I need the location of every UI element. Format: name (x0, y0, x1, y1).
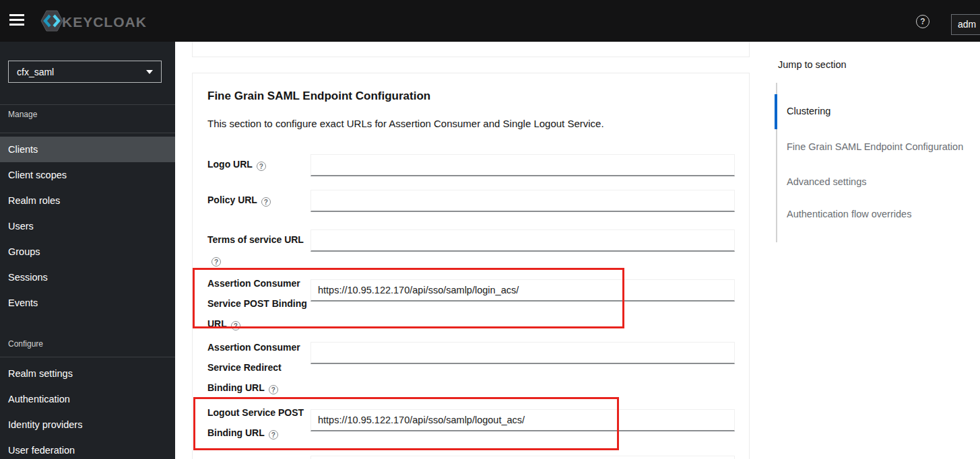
sidebar-item-client-scopes[interactable]: Client scopes (0, 162, 175, 188)
sidebar-item-events[interactable]: Events (0, 290, 175, 316)
acs-post-binding-url-label: Assertion Consumer Service POST Binding … (207, 273, 308, 334)
logout-post-binding-url-input[interactable] (311, 409, 735, 431)
user-menu-dropdown[interactable]: adm (951, 14, 980, 35)
sidebar-item-user-federation[interactable]: User federation (0, 437, 175, 459)
chevron-down-icon (146, 70, 153, 74)
next-field-input-partial[interactable] (311, 456, 735, 459)
jump-item-auth-flow-overrides[interactable]: Authentication flow overrides (787, 209, 911, 219)
sidebar-item-sessions[interactable]: Sessions (0, 264, 175, 290)
keycloak-admin-console: KEYCLOAK ? adm cfx_saml Manage Clients C… (0, 0, 980, 459)
menu-toggle-icon[interactable] (9, 13, 26, 28)
policy-url-input[interactable] (311, 190, 735, 212)
sidebar-item-groups[interactable]: Groups (0, 239, 175, 264)
section-description: This section to configure exact URLs for… (207, 118, 604, 129)
sidebar-item-realm-roles[interactable]: Realm roles (0, 188, 175, 213)
brand-text: KEYCLOAK (62, 14, 147, 30)
keycloak-mark-icon (39, 9, 65, 36)
nav-section-manage: Manage (8, 110, 37, 119)
divider (0, 133, 175, 133)
jump-item-fine-grain-saml[interactable]: Fine Grain SAML Endpoint Configuration (787, 141, 963, 152)
help-icon[interactable]: ? (211, 257, 221, 267)
terms-of-service-url-input[interactable] (311, 229, 735, 252)
logout-post-binding-url-label: Logout Service POST Binding URL? (207, 402, 308, 443)
keycloak-logo[interactable]: KEYCLOAK (39, 9, 147, 36)
jump-to-section-title: Jump to section (778, 59, 847, 70)
acs-redirect-binding-url-input[interactable] (311, 342, 735, 364)
logo-url-label: Logo URL? (207, 154, 308, 174)
help-icon[interactable]: ? (269, 430, 278, 439)
acs-redirect-binding-url-label: Assertion Consumer Service Redirect Bind… (207, 337, 308, 398)
divider (0, 104, 175, 105)
jump-item-advanced-settings[interactable]: Advanced settings (787, 176, 867, 187)
jump-nav-active-indicator (775, 94, 777, 129)
sidebar-item-identity-providers[interactable]: Identity providers (0, 412, 175, 437)
logo-url-input[interactable] (311, 154, 735, 176)
policy-url-label: Policy URL? (207, 190, 308, 210)
jump-item-clustering[interactable]: Clustering (787, 106, 830, 116)
help-icon[interactable]: ? (257, 162, 266, 171)
realm-selector[interactable]: cfx_saml (8, 61, 162, 83)
fine-grain-saml-card: Fine Grain SAML Endpoint Configuration T… (192, 73, 750, 459)
terms-of-service-url-label: Terms of service URL? (207, 229, 308, 270)
top-header-bar: KEYCLOAK ? adm (0, 0, 980, 42)
help-icon[interactable]: ? (231, 321, 240, 330)
left-nav-sidebar: cfx_saml Manage Clients Client scopes Re… (0, 42, 175, 459)
sidebar-item-realm-settings[interactable]: Realm settings (0, 361, 175, 386)
nav-section-configure: Configure (8, 339, 43, 349)
sidebar-item-authentication[interactable]: Authentication (0, 386, 175, 412)
realm-selector-value: cfx_saml (17, 67, 54, 77)
section-title: Fine Grain SAML Endpoint Configuration (207, 90, 430, 103)
help-icon[interactable]: ? (916, 15, 929, 28)
help-icon[interactable]: ? (261, 197, 271, 207)
help-icon[interactable]: ? (269, 385, 278, 394)
divider (0, 357, 175, 357)
sidebar-item-clients[interactable]: Clients (0, 137, 175, 162)
sidebar-item-users[interactable]: Users (0, 213, 175, 239)
acs-post-binding-url-input[interactable] (311, 279, 735, 302)
